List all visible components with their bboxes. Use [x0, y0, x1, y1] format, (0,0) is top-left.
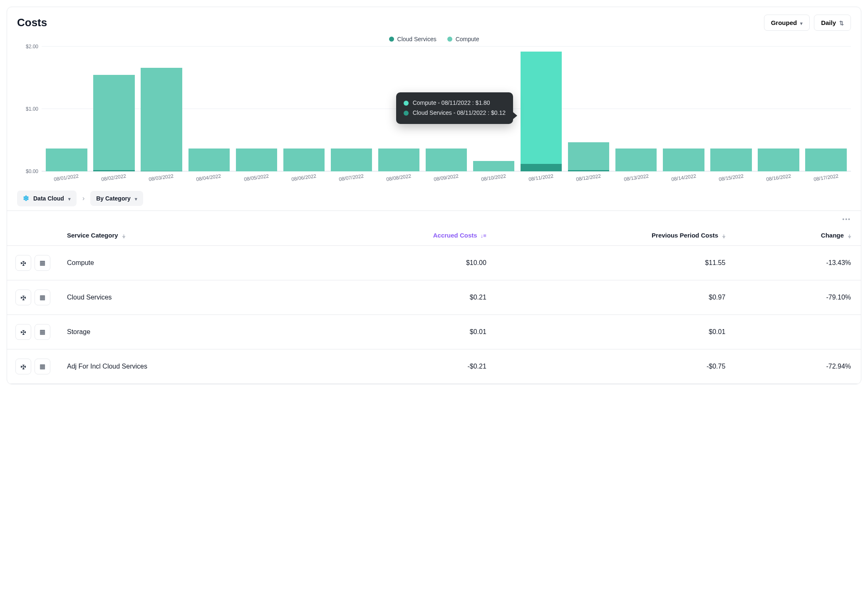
table-row: ⧾▦Adj For Incl Cloud Services-$0.21-$0.7… — [7, 349, 861, 384]
table-row: ⧾▦Cloud Services$0.21$0.97-79.10% — [7, 280, 861, 315]
bar[interactable] — [46, 149, 87, 172]
snowflake-icon: ❄ — [23, 195, 29, 202]
legend-dot-icon — [447, 37, 452, 42]
caret-down-icon — [135, 195, 137, 202]
add-to-chart-button[interactable]: ⧾ — [15, 255, 31, 271]
grid-view-button[interactable]: ▦ — [35, 359, 50, 374]
cell-category: Adj For Incl Cloud Services — [59, 349, 310, 384]
bar-segment-compute — [568, 142, 609, 171]
bar-segment-compute — [93, 75, 134, 171]
col-label: Previous Period Costs — [652, 232, 718, 239]
tooltip-dot-icon — [404, 111, 409, 116]
bar[interactable] — [188, 149, 230, 172]
filter-icon: ⏚ — [722, 233, 725, 239]
tooltip-dot-icon — [404, 101, 409, 106]
cell-change: -79.10% — [735, 280, 861, 315]
bar-segment-compute — [758, 149, 799, 172]
col-label: Accrued Costs — [433, 232, 477, 239]
bar[interactable] — [615, 149, 657, 172]
grid-view-button[interactable]: ▦ — [35, 324, 50, 340]
grid-icon: ▦ — [40, 363, 45, 370]
cell-change: -13.43% — [735, 246, 861, 280]
sort-desc-icon: ↓≡ — [481, 233, 486, 239]
more-menu-icon[interactable]: ••• — [840, 213, 853, 225]
bar-segment-compute — [521, 52, 562, 164]
table-row: ⧾▦Storage$0.01$0.01 — [7, 315, 861, 349]
costs-card: Costs Grouped Daily Cloud Services Compu… — [7, 7, 861, 384]
grid-view-button[interactable]: ▦ — [35, 255, 50, 271]
bar-segment-compute — [615, 149, 657, 172]
grid-view-button[interactable]: ▦ — [35, 290, 50, 305]
cell-change: -72.94% — [735, 349, 861, 384]
bar[interactable] — [283, 149, 325, 172]
caret-down-icon — [68, 195, 71, 202]
cell-category: Compute — [59, 246, 310, 280]
bar[interactable] — [378, 149, 419, 172]
bar[interactable] — [473, 161, 514, 172]
cell-previous: $11.55 — [496, 246, 735, 280]
col-previous-costs[interactable]: Previous Period Costs ⏚ — [496, 225, 735, 246]
chart-add-icon: ⧾ — [20, 363, 27, 370]
grid-icon: ▦ — [40, 328, 45, 336]
bar[interactable] — [426, 149, 467, 172]
bar-segment-compute — [46, 149, 87, 172]
add-to-chart-button[interactable]: ⧾ — [15, 359, 31, 374]
col-service-category[interactable]: Service Category ⏚ — [59, 225, 310, 246]
legend-item-cloud-services[interactable]: Cloud Services — [389, 36, 436, 42]
chart-add-icon: ⧾ — [20, 329, 27, 336]
bar-segment-compute — [710, 149, 751, 172]
y-tick: $0.00 — [17, 168, 38, 174]
bar[interactable] — [710, 149, 751, 172]
breadcrumb-root-chip[interactable]: ❄ Data Cloud — [17, 191, 77, 206]
chart-add-icon: ⧾ — [20, 260, 27, 267]
col-accrued-costs[interactable]: Accrued Costs ↓≡ — [310, 225, 496, 246]
add-to-chart-button[interactable]: ⧾ — [15, 324, 31, 340]
bar[interactable] — [93, 75, 134, 172]
cell-change — [735, 315, 861, 349]
bar[interactable] — [568, 142, 609, 172]
chart-area: $0.00$1.00$2.00 08/01/202208/02/202208/0… — [7, 47, 861, 181]
cell-previous: $0.97 — [496, 280, 735, 315]
bar[interactable] — [521, 52, 562, 171]
y-tick: $1.00 — [17, 106, 38, 112]
col-actions2 — [33, 225, 59, 246]
col-actions — [7, 225, 33, 246]
header-controls: Grouped Daily — [764, 15, 851, 31]
col-label: Service Category — [67, 232, 118, 239]
add-to-chart-button[interactable]: ⧾ — [15, 290, 31, 305]
card-header: Costs Grouped Daily — [7, 7, 861, 33]
costs-table: Service Category ⏚ Accrued Costs ↓≡ Prev… — [7, 225, 861, 384]
cell-accrued: $0.01 — [310, 315, 496, 349]
breadcrumb-current-chip[interactable]: By Category — [90, 191, 143, 206]
breadcrumb-root-label: Data Cloud — [33, 195, 64, 202]
col-change[interactable]: Change ⏚ — [735, 225, 861, 246]
cell-accrued: -$0.21 — [310, 349, 496, 384]
legend-label: Cloud Services — [397, 36, 436, 42]
bar[interactable] — [236, 149, 277, 172]
updown-icon — [839, 19, 844, 26]
grouped-dropdown[interactable]: Grouped — [764, 15, 810, 31]
bar-segment-compute — [283, 149, 325, 172]
cell-category: Cloud Services — [59, 280, 310, 315]
bar-segment-compute — [663, 149, 704, 172]
bar-segment-cloud-services — [93, 170, 134, 171]
legend-label: Compute — [456, 36, 479, 42]
table-row: ⧾▦Compute$10.00$11.55-13.43% — [7, 246, 861, 280]
bar[interactable] — [663, 149, 704, 172]
bar[interactable] — [758, 149, 799, 172]
tooltip-line: Cloud Services - 08/11/2022 : $0.12 — [413, 108, 506, 118]
bar-segment-compute — [141, 68, 182, 171]
bar-segment-cloud-services — [141, 171, 182, 172]
grid-icon: ▦ — [40, 294, 45, 301]
interval-dropdown[interactable]: Daily — [814, 15, 851, 31]
bar[interactable] — [805, 149, 846, 172]
cell-previous: -$0.75 — [496, 349, 735, 384]
cell-previous: $0.01 — [496, 315, 735, 349]
legend-item-compute[interactable]: Compute — [447, 36, 479, 42]
bar[interactable] — [141, 68, 182, 171]
breadcrumb-current-label: By Category — [96, 195, 130, 202]
y-tick: $2.00 — [17, 44, 38, 50]
bar[interactable] — [331, 149, 372, 172]
bar-segment-compute — [805, 149, 846, 172]
bar-segment-compute — [188, 149, 230, 172]
